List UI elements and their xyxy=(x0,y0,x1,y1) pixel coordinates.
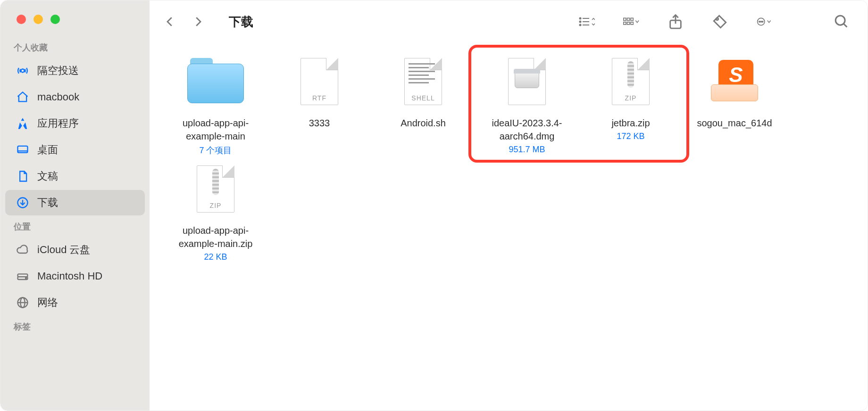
sidebar-item-home[interactable]: macbook xyxy=(5,84,145,110)
window-title: 下载 xyxy=(229,14,253,30)
document-icon xyxy=(16,169,30,183)
sidebar-item-desktop[interactable]: 桌面 xyxy=(5,137,145,163)
sidebar-item-label: macbook xyxy=(37,91,79,103)
svg-point-29 xyxy=(762,21,763,22)
search-button[interactable] xyxy=(829,11,854,33)
file-name: upload-app-api-example-main.zip xyxy=(166,224,265,250)
file-subtitle: 951.7 MB xyxy=(509,145,545,155)
zoom-button[interactable] xyxy=(50,15,60,24)
svg-rect-18 xyxy=(627,18,630,20)
file-item[interactable]: ideaIU-2023.3.4-aarch64.dmg951.7 MB xyxy=(475,51,579,156)
home-icon xyxy=(16,90,30,104)
svg-point-30 xyxy=(835,16,845,25)
nav-forward-button[interactable] xyxy=(186,12,210,32)
close-button[interactable] xyxy=(17,15,26,24)
sidebar-item-drive[interactable]: Macintosh HD xyxy=(5,263,145,289)
svg-rect-1 xyxy=(18,146,28,153)
sidebar-item-cloud[interactable]: iCloud 云盘 xyxy=(5,237,145,263)
file-item[interactable]: SHELLAndroid.sh xyxy=(371,51,475,156)
app-icon: S xyxy=(706,58,763,105)
sidebar-item-label: 隔空投送 xyxy=(37,64,79,78)
svg-point-13 xyxy=(580,21,581,23)
sidebar-item-globe[interactable]: 网络 xyxy=(5,290,145,315)
window-controls xyxy=(0,15,150,37)
file-item[interactable]: upload-app-api-example-main7 个项目 xyxy=(164,51,267,156)
apps-icon xyxy=(16,116,30,131)
file-name: Android.sh xyxy=(401,116,446,130)
airdrop-icon xyxy=(16,64,30,78)
minimize-button[interactable] xyxy=(33,15,43,24)
file-name: sogou_mac_614d xyxy=(697,116,772,130)
sidebar-item-label: 桌面 xyxy=(37,143,58,157)
svg-rect-17 xyxy=(624,18,626,20)
svg-rect-22 xyxy=(631,22,633,25)
file-name: upload-app-api-example-main xyxy=(166,116,265,143)
sidebar: 个人收藏隔空投送macbook应用程序桌面文稿下载位置iCloud 云盘Maci… xyxy=(0,0,150,411)
tag-button[interactable] xyxy=(707,11,733,33)
svg-point-11 xyxy=(580,18,581,19)
sidebar-item-label: 文稿 xyxy=(37,169,58,183)
file-name: 3333 xyxy=(309,116,330,130)
svg-point-27 xyxy=(759,21,760,22)
file-name: jetbra.zip xyxy=(611,116,650,130)
content-area: upload-app-api-example-main7 个项目RTF3333S… xyxy=(150,43,868,411)
file-name: ideaIU-2023.3.4-aarch64.dmg xyxy=(477,116,576,143)
file-item[interactable]: RTF3333 xyxy=(267,51,371,156)
file-icon: RTF xyxy=(300,58,338,105)
sidebar-section-label: 位置 xyxy=(0,216,150,236)
sidebar-item-label: iCloud 云盘 xyxy=(37,243,90,257)
file-icon: SHELL xyxy=(404,58,442,105)
svg-rect-21 xyxy=(627,22,630,25)
file-icon: ZIP xyxy=(612,58,650,105)
cloud-icon xyxy=(16,243,30,257)
svg-point-0 xyxy=(21,69,25,73)
svg-line-31 xyxy=(843,24,847,27)
file-item[interactable]: Ssogou_mac_614d xyxy=(683,51,786,156)
download-icon xyxy=(16,196,30,210)
drive-icon xyxy=(16,269,30,283)
main-panel: 下载 xyxy=(150,0,868,411)
sidebar-section-label: 个人收藏 xyxy=(0,37,150,57)
svg-point-15 xyxy=(580,25,581,26)
finder-window: 个人收藏隔空投送macbook应用程序桌面文稿下载位置iCloud 云盘Maci… xyxy=(0,0,868,411)
svg-rect-20 xyxy=(624,22,626,25)
folder-icon xyxy=(187,58,244,105)
file-subtitle: 172 KB xyxy=(617,132,644,141)
sidebar-item-label: Macintosh HD xyxy=(37,270,102,282)
file-subtitle: 22 KB xyxy=(204,252,227,262)
desktop-icon xyxy=(16,143,30,157)
svg-point-7 xyxy=(25,278,26,279)
view-grid-button[interactable] xyxy=(618,11,644,33)
sidebar-item-apps[interactable]: 应用程序 xyxy=(5,111,145,136)
more-actions-button[interactable] xyxy=(751,11,777,33)
svg-point-28 xyxy=(760,21,761,22)
sidebar-section-label: 标签 xyxy=(0,316,150,336)
file-grid[interactable]: upload-app-api-example-main7 个项目RTF3333S… xyxy=(150,43,868,271)
svg-point-25 xyxy=(716,18,718,20)
nav-back-button[interactable] xyxy=(158,12,182,32)
view-list-button[interactable] xyxy=(574,11,600,33)
globe-icon xyxy=(16,296,30,310)
file-item[interactable]: ZIPupload-app-api-example-main.zip22 KB xyxy=(164,159,267,262)
file-icon: ZIP xyxy=(197,165,234,213)
svg-rect-19 xyxy=(631,18,633,20)
share-button[interactable] xyxy=(663,11,688,33)
sidebar-sections: 个人收藏隔空投送macbook应用程序桌面文稿下载位置iCloud 云盘Maci… xyxy=(0,37,150,336)
file-icon xyxy=(508,58,546,105)
sidebar-item-download[interactable]: 下载 xyxy=(5,190,145,215)
file-item[interactable]: ZIPjetbra.zip172 KB xyxy=(579,51,683,156)
sidebar-item-label: 应用程序 xyxy=(37,116,79,131)
sidebar-item-label: 网络 xyxy=(37,296,58,310)
toolbar: 下载 xyxy=(150,0,868,43)
sidebar-item-document[interactable]: 文稿 xyxy=(5,164,145,189)
file-subtitle: 7 个项目 xyxy=(199,145,232,156)
sidebar-item-airdrop[interactable]: 隔空投送 xyxy=(5,58,145,83)
sidebar-item-label: 下载 xyxy=(37,196,58,210)
